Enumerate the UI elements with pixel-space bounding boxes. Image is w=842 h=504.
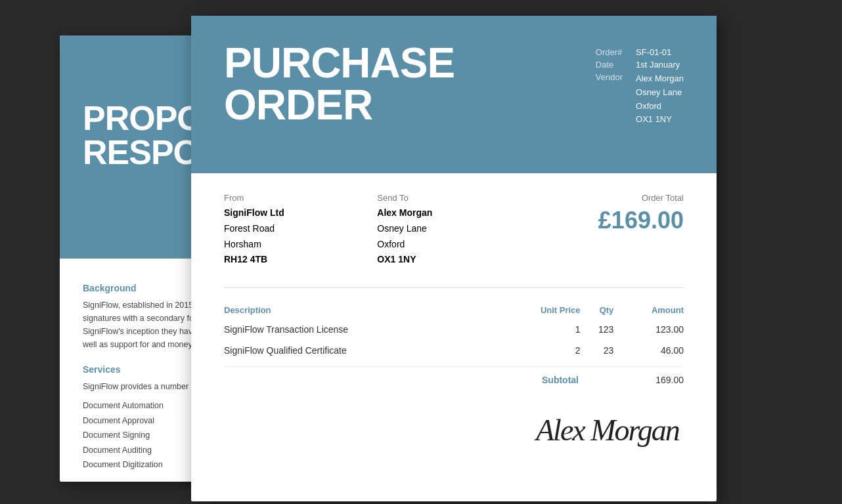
order-total-amount: £169.00 <box>531 207 684 234</box>
signature-svg: Alex Morgan <box>533 400 684 452</box>
order-total-block: Order Total £169.00 <box>531 193 684 268</box>
signature: Alex Morgan <box>533 400 684 459</box>
po-divider <box>224 287 684 288</box>
svg-text:Alex Morgan: Alex Morgan <box>534 413 680 447</box>
table-row: SigniFlow Qualified Certificate 2 23 46.… <box>224 340 684 361</box>
col-qty: Qty <box>581 301 614 319</box>
send-to-content: Alex Morgan Osney Lane Oxford OX1 1NY <box>377 205 530 268</box>
order-number-label: Order# <box>596 47 623 57</box>
po-signature-area: Alex Morgan <box>224 393 684 472</box>
col-description: Description <box>224 301 494 319</box>
subtotal-label: Subtotal <box>542 375 579 385</box>
order-number-value: SF-01-01 <box>636 47 684 57</box>
from-section: From SigniFlow Ltd Forest Road Horsham R… <box>224 193 377 268</box>
po-meta: Order# SF-01-01 Date 1st January Vendor … <box>596 47 684 127</box>
scene: PROPOSAL RESPONSE Background SigniFlow, … <box>60 16 782 488</box>
po-header: PURCHASE ORDER Order# SF-01-01 Date 1st … <box>191 16 717 173</box>
po-body: From SigniFlow Ltd Forest Road Horsham R… <box>191 173 717 492</box>
po-from-sendto: From SigniFlow Ltd Forest Road Horsham R… <box>224 193 684 268</box>
vendor-address: Alex Morgan Osney Lane Oxford OX1 1NY <box>636 72 684 127</box>
col-unit-price: Unit Price <box>494 301 581 319</box>
col-amount: Amount <box>613 301 684 319</box>
item-description: SigniFlow Transaction License <box>224 319 494 340</box>
po-title: PURCHASE ORDER <box>224 42 596 126</box>
subtotal-value: 169.00 <box>631 375 684 385</box>
send-to-label: Send To <box>377 193 530 203</box>
date-value: 1st January <box>636 60 684 70</box>
item-qty: 123 <box>581 319 614 340</box>
date-label: Date <box>596 60 623 70</box>
from-label: From <box>224 193 377 203</box>
item-unit-price: 2 <box>494 340 581 361</box>
vendor-label: Vendor <box>596 72 623 127</box>
item-amount: 46.00 <box>613 340 684 361</box>
item-amount: 123.00 <box>613 319 684 340</box>
po-line-items-table: Description Unit Price Qty Amount SigniF… <box>224 301 684 361</box>
item-qty: 23 <box>581 340 614 361</box>
po-subtotal-row: Subtotal 169.00 <box>224 366 684 393</box>
item-unit-price: 1 <box>494 319 581 340</box>
order-total-label: Order Total <box>531 193 684 203</box>
from-content: SigniFlow Ltd Forest Road Horsham RH12 4… <box>224 205 377 268</box>
table-row: SigniFlow Transaction License 1 123 123.… <box>224 319 684 340</box>
send-to-section: Send To Alex Morgan Osney Lane Oxford OX… <box>377 193 530 268</box>
item-description: SigniFlow Qualified Certificate <box>224 340 494 361</box>
purchase-order-document: PURCHASE ORDER Order# SF-01-01 Date 1st … <box>191 16 717 501</box>
